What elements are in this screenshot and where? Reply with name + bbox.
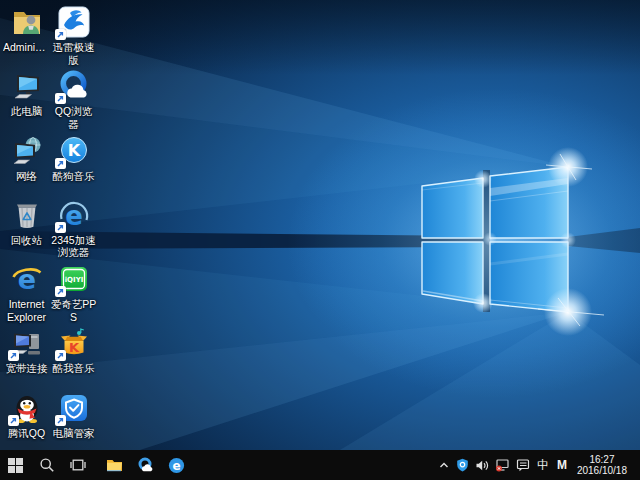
shortcut-arrow-icon <box>55 222 66 233</box>
icon-label: Administra... <box>3 41 50 54</box>
icon-label: 腾讯QQ <box>8 427 45 440</box>
icon-label: 宽带连接 <box>6 362 48 375</box>
icon-label: QQ浏览器 <box>50 105 97 130</box>
icon-label: 电脑管家 <box>53 427 95 440</box>
qq-browser-taskbar-button[interactable] <box>130 450 161 480</box>
desktop-icon-kuwo-music[interactable]: K 酷我音乐 <box>50 325 97 389</box>
clock-time: 16:27 <box>577 454 627 466</box>
icon-label: 此电脑 <box>11 105 43 118</box>
action-center-icon <box>516 458 530 472</box>
svg-text:iQIYI: iQIYI <box>64 276 83 284</box>
clock-date: 2016/10/18 <box>577 465 627 477</box>
folder-icon <box>106 458 123 473</box>
network-globe-icon <box>10 134 44 168</box>
icon-label: 迅雷极速版 <box>50 41 97 66</box>
hidden-icons-chevron[interactable] <box>435 450 453 480</box>
desktop-icon-recycle-bin[interactable]: 回收站 <box>3 197 50 261</box>
shortcut-arrow-icon <box>55 158 66 169</box>
tray-action-center[interactable] <box>513 450 533 480</box>
recycle-bin-icon <box>10 198 44 232</box>
icon-label: 回收站 <box>11 234 43 247</box>
icon-label: Internet Explorer <box>3 298 50 323</box>
windows-logo-icon <box>8 458 23 473</box>
taskbar-clock[interactable]: 16:27 2016/10/18 <box>571 454 632 477</box>
icon-label: 爱奇艺PPS <box>50 298 97 323</box>
search-icon <box>39 457 55 473</box>
icon-label: 网络 <box>16 170 37 183</box>
task-view-button[interactable] <box>62 450 93 480</box>
desktop-icon-thunder[interactable]: 迅雷极速版 <box>50 4 97 68</box>
desktop-icon-network[interactable]: 网络 <box>3 133 50 197</box>
desktop-area[interactable]: Administra... 迅雷极速版 <box>0 0 640 450</box>
shortcut-arrow-icon <box>55 286 66 297</box>
desktop-icon-broadband[interactable]: 宽带连接 <box>3 325 50 389</box>
taskbar-empty-space <box>192 450 435 480</box>
file-explorer-button[interactable] <box>99 450 130 480</box>
ime-mode-indicator[interactable]: M <box>553 450 571 480</box>
windows-desktop: Administra... 迅雷极速版 <box>0 0 640 480</box>
tray-volume[interactable] <box>472 450 492 480</box>
taskbar: e <box>0 450 640 480</box>
desktop-icon-kugou-music[interactable]: K 酷狗音乐 <box>50 133 97 197</box>
internet-explorer-icon: e <box>10 262 44 296</box>
svg-text:K: K <box>68 340 79 355</box>
desktop-icon-this-pc[interactable]: 此电脑 <box>3 68 50 132</box>
qq-browser-ring-icon <box>137 457 154 474</box>
search-button[interactable] <box>31 450 62 480</box>
desktop-icon-internet-explorer[interactable]: e Internet Explorer <box>3 261 50 325</box>
desktop-icon-tencent-qq[interactable]: 腾讯QQ <box>3 390 50 454</box>
desktop-icon-iqiyi[interactable]: iQIYI 爱奇艺PPS <box>50 261 97 325</box>
task-view-icon <box>70 457 86 473</box>
chevron-up-icon <box>438 459 450 471</box>
desktop-icon-administrator[interactable]: Administra... <box>3 4 50 68</box>
desktop-icon-grid: Administra... 迅雷极速版 <box>3 4 97 454</box>
start-button[interactable] <box>0 450 31 480</box>
shield-icon <box>456 458 469 472</box>
svg-text:e: e <box>65 201 83 231</box>
system-tray: 中 M 16:27 2016/10/18 <box>435 450 640 480</box>
shortcut-arrow-icon <box>8 415 19 426</box>
network-icon <box>495 458 510 472</box>
svg-text:e: e <box>172 459 180 473</box>
icon-label: 2345加速浏览器 <box>50 234 97 259</box>
shortcut-arrow-icon <box>55 29 66 40</box>
user-folder-icon <box>10 5 44 39</box>
2345-browser-taskbar-button[interactable]: e <box>161 450 192 480</box>
shortcut-arrow-icon <box>55 350 66 361</box>
icon-label: 酷狗音乐 <box>53 170 95 183</box>
shortcut-arrow-icon <box>55 93 66 104</box>
taskbar-left: e <box>0 450 192 480</box>
speaker-icon <box>475 459 489 472</box>
tray-security-shield[interactable] <box>453 450 472 480</box>
shortcut-arrow-icon <box>8 350 19 361</box>
blue-e-circle-icon: e <box>168 457 185 474</box>
desktop-icon-2345-browser[interactable]: e 2345加速浏览器 <box>50 197 97 261</box>
ime-language-indicator[interactable]: 中 <box>533 450 553 480</box>
desktop-icon-pc-manager[interactable]: 电脑管家 <box>50 390 97 454</box>
svg-text:K: K <box>67 140 80 159</box>
icon-label: 酷我音乐 <box>53 362 95 375</box>
desktop-icon-qq-browser[interactable]: QQ浏览器 <box>50 68 97 132</box>
this-pc-icon <box>10 69 44 103</box>
shortcut-arrow-icon <box>55 415 66 426</box>
tray-network-disconnected[interactable] <box>492 450 513 480</box>
